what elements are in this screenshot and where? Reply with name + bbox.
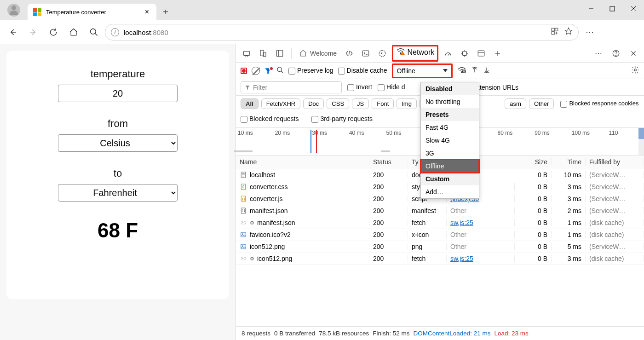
result-text: 68 F bbox=[98, 219, 138, 242]
table-row[interactable]: ⚙ manifest.json 200 fetch sw.js:25 0 B 1… bbox=[236, 217, 644, 229]
download-har-icon[interactable] bbox=[483, 66, 490, 75]
throttling-value: Offline bbox=[397, 67, 415, 75]
svg-line-38 bbox=[281, 71, 283, 73]
col-status[interactable]: Status bbox=[369, 158, 408, 166]
dock-icon[interactable] bbox=[273, 46, 287, 60]
home-button[interactable] bbox=[64, 23, 83, 41]
from-label: from bbox=[108, 118, 128, 130]
forward-button[interactable] bbox=[24, 23, 42, 41]
filter-input[interactable]: Filter bbox=[241, 81, 342, 93]
maximize-button[interactable] bbox=[602, 0, 623, 17]
dropdown-3g[interactable]: 3G bbox=[421, 147, 479, 160]
devtools-close-icon[interactable] bbox=[627, 46, 640, 60]
chip-wasm[interactable]: asm bbox=[505, 98, 526, 109]
svg-marker-46 bbox=[246, 86, 250, 90]
devtools-more-icon[interactable]: ⋯ bbox=[592, 46, 605, 60]
browser-menu-button[interactable]: ⋯ bbox=[581, 27, 599, 37]
sources-icon[interactable] bbox=[375, 46, 389, 60]
title-bar: Temperature converter × + bbox=[0, 0, 644, 20]
tab-welcome[interactable]: Welcome bbox=[296, 46, 339, 60]
chip-other[interactable]: Other bbox=[529, 98, 554, 109]
col-size[interactable]: Size bbox=[515, 158, 552, 166]
svg-rect-51 bbox=[241, 184, 245, 190]
record-button[interactable] bbox=[241, 68, 247, 74]
col-time[interactable]: Time bbox=[552, 158, 586, 166]
dropdown-group-presets: Presets bbox=[421, 108, 479, 121]
dropdown-offline[interactable]: Offline bbox=[421, 160, 479, 173]
elements-icon[interactable] bbox=[342, 46, 356, 60]
svg-line-22 bbox=[448, 53, 450, 55]
network-settings-icon[interactable] bbox=[631, 66, 639, 75]
tab-close-icon[interactable]: × bbox=[143, 8, 151, 16]
chip-doc[interactable]: Doc bbox=[303, 98, 324, 109]
disable-cache-checkbox[interactable]: Disable cache bbox=[338, 67, 387, 75]
back-button[interactable] bbox=[4, 23, 22, 41]
profile-avatar[interactable] bbox=[7, 4, 20, 17]
inspect-icon[interactable] bbox=[240, 46, 253, 60]
chip-img[interactable]: Img bbox=[397, 98, 417, 109]
tab-network-label: Network bbox=[408, 48, 435, 56]
filter-toggle-icon[interactable] bbox=[264, 67, 272, 75]
dropdown-no-throttling[interactable]: No throttling bbox=[421, 95, 479, 108]
chip-fetch[interactable]: Fetch/XHR bbox=[261, 98, 301, 109]
performance-icon[interactable] bbox=[441, 46, 455, 60]
dropdown-slow-4g[interactable]: Slow 4G bbox=[421, 134, 479, 147]
footer-dcl: DOMContentLoaded: 21 ms bbox=[413, 330, 490, 337]
dropdown-fast-4g[interactable]: Fast 4G bbox=[421, 121, 479, 134]
new-tab-button[interactable]: + bbox=[156, 4, 175, 20]
footer-requests: 8 requests bbox=[242, 330, 270, 337]
site-info-icon[interactable]: i bbox=[111, 28, 119, 36]
svg-rect-23 bbox=[463, 51, 467, 55]
dropdown-add[interactable]: Add… bbox=[421, 185, 479, 198]
blocked-requests-checkbox[interactable]: Blocked requests bbox=[241, 115, 299, 123]
throttling-dropdown: Disabled No throttling Presets Fast 4G S… bbox=[420, 82, 479, 199]
upload-har-icon[interactable] bbox=[471, 66, 478, 75]
device-toggle-icon[interactable] bbox=[256, 46, 270, 60]
table-row[interactable]: manifest.json 200 manifest Other 0 B 2 m… bbox=[236, 205, 644, 217]
svg-marker-21 bbox=[401, 52, 404, 54]
application-icon[interactable] bbox=[474, 46, 488, 60]
preserve-log-checkbox[interactable]: Preserve log bbox=[288, 67, 334, 75]
svg-rect-28 bbox=[478, 51, 484, 56]
third-party-checkbox[interactable]: 3rd-party requests bbox=[311, 115, 373, 123]
search-button[interactable] bbox=[85, 23, 103, 41]
svg-point-45 bbox=[634, 69, 637, 71]
chip-js[interactable]: JS bbox=[352, 98, 369, 109]
devtools-help-icon[interactable] bbox=[609, 46, 623, 60]
table-row[interactable]: favicon.ico?v2 200 x-icon Other 0 B 1 ms… bbox=[236, 229, 644, 241]
url-text: localhost:8080 bbox=[124, 29, 168, 36]
close-window-button[interactable] bbox=[623, 0, 644, 17]
svg-rect-54 bbox=[241, 233, 246, 237]
chip-all[interactable]: All bbox=[241, 98, 259, 109]
browser-tab[interactable]: Temperature converter × bbox=[28, 4, 156, 20]
url-input[interactable]: i localhost:8080 bbox=[105, 24, 579, 40]
throttling-select[interactable]: Offline bbox=[392, 63, 453, 78]
minimize-button[interactable] bbox=[581, 0, 602, 17]
tab-network[interactable]: Network bbox=[392, 45, 438, 62]
clear-button[interactable] bbox=[252, 67, 260, 75]
invert-checkbox[interactable]: Invert bbox=[347, 83, 372, 91]
search-network-icon[interactable] bbox=[276, 66, 284, 75]
blocked-cookies-checkbox[interactable]: Blocked response cookies bbox=[560, 100, 638, 107]
console-icon[interactable] bbox=[359, 46, 373, 60]
memory-icon[interactable] bbox=[458, 46, 472, 60]
favorites-icon[interactable] bbox=[564, 27, 573, 37]
extensions-icon[interactable] bbox=[551, 27, 559, 37]
refresh-button[interactable] bbox=[44, 23, 63, 41]
chip-font[interactable]: Font bbox=[372, 98, 394, 109]
table-row[interactable]: icon512.png 200 png Other 0 B 5 ms (Serv… bbox=[236, 241, 644, 253]
network-status-bar: 8 requests 0 B transferred 78.5 kB resou… bbox=[236, 326, 644, 340]
from-select[interactable]: Celsius bbox=[58, 134, 178, 152]
col-fulfilled[interactable]: Fulfilled by bbox=[586, 158, 644, 166]
col-name[interactable]: Name bbox=[236, 158, 369, 166]
more-tabs-icon[interactable] bbox=[491, 46, 505, 60]
chip-css[interactable]: CSS bbox=[327, 98, 349, 109]
timeline-scrollbar[interactable] bbox=[638, 128, 644, 155]
hide-data-urls-checkbox[interactable]: Hide d bbox=[378, 83, 405, 91]
network-conditions-icon[interactable] bbox=[457, 66, 466, 75]
to-select[interactable]: Fahrenheit bbox=[58, 184, 178, 202]
svg-rect-1 bbox=[610, 6, 615, 11]
network-toolbar: Preserve log Disable cache Offline bbox=[236, 63, 644, 79]
table-row[interactable]: ⚙ icon512.png 200 fetch sw.js:25 0 B 3 m… bbox=[236, 253, 644, 265]
temperature-input[interactable] bbox=[58, 85, 178, 102]
